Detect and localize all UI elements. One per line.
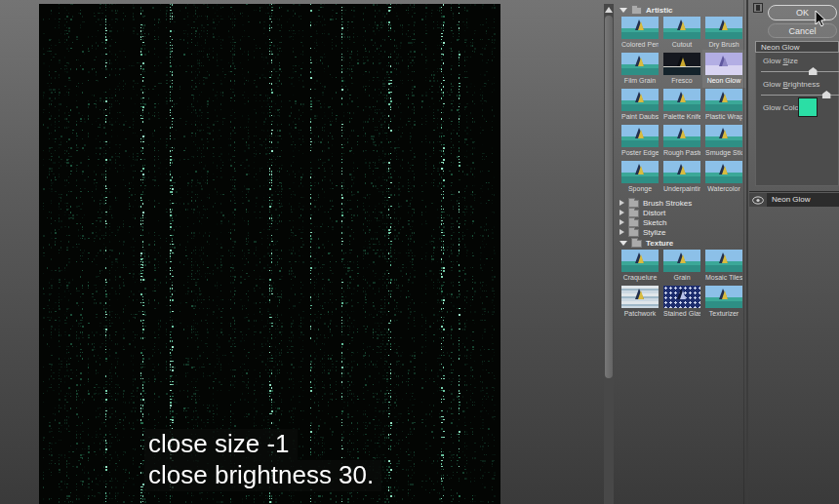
filter-list: ArtisticColored PencilCutoutDry BrushFil… bbox=[618, 4, 744, 504]
filter-select-dropdown[interactable]: Neon Glow bbox=[755, 41, 839, 53]
filter-thumb-plastic-wrap[interactable]: Plastic Wrap bbox=[705, 89, 742, 121]
filter-group-label: Brush Strokes bbox=[643, 199, 692, 208]
layers-divider bbox=[749, 191, 839, 192]
filter-thumb-palette-knife[interactable]: Palette Knife bbox=[663, 89, 700, 121]
effect-layer-row[interactable]: Neon Glow bbox=[749, 193, 839, 207]
filter-group-label: Artistic bbox=[646, 6, 673, 15]
filter-group-artistic[interactable]: Artistic bbox=[618, 4, 744, 16]
settings-panel: OK Cancel Neon Glow Glow Size Glow Brigh… bbox=[749, 0, 839, 504]
filter-thumbnail-label: Film Grain bbox=[621, 77, 659, 85]
filter-thumbnail-label: Texturizer bbox=[705, 310, 742, 318]
filter-group-label: Distort bbox=[643, 209, 665, 217]
filter-thumb-stained-glass[interactable]: Stained Glass bbox=[663, 286, 700, 318]
filter-thumbnail-label: Grain bbox=[663, 274, 700, 282]
filter-thumbnail-label: Sponge bbox=[621, 185, 659, 193]
filter-thumb-mosaic-tiles[interactable]: Mosaic Tiles bbox=[705, 250, 742, 282]
filter-thumb-fresco[interactable]: Fresco bbox=[663, 53, 700, 85]
caption-line-2: close brightness 30. bbox=[144, 460, 381, 491]
filter-group-texture[interactable]: Texture bbox=[618, 237, 744, 249]
filter-thumbnail-image bbox=[705, 125, 742, 147]
panel-divider bbox=[746, 0, 748, 504]
effect-layer-name: Neon Glow bbox=[767, 193, 839, 207]
filter-thumbnail-image bbox=[663, 250, 700, 272]
slider-thumb[interactable] bbox=[809, 67, 818, 75]
filter-settings-group: Glow Size Glow Brightness Glow Color bbox=[755, 53, 839, 186]
folder-icon bbox=[628, 229, 639, 237]
filter-group-distort[interactable]: Distort bbox=[618, 208, 744, 217]
slider-thumb[interactable] bbox=[822, 91, 831, 98]
filter-thumbnail-label: Smudge Stick bbox=[705, 149, 742, 157]
glow-color-label: Glow Color bbox=[763, 103, 802, 112]
scrollbar-thumb[interactable] bbox=[605, 16, 613, 378]
filter-thumb-film-grain[interactable]: Film Grain bbox=[621, 53, 659, 85]
folder-icon bbox=[628, 210, 639, 217]
filter-thumbnail-image bbox=[705, 89, 742, 111]
filter-thumbnail-label: Fresco bbox=[663, 77, 700, 85]
filter-thumbnail-label: Patchwork bbox=[621, 310, 659, 318]
glow-brightness-label: Glow Brightness bbox=[763, 80, 819, 89]
filter-thumbnail-label: Plastic Wrap bbox=[705, 113, 742, 121]
collapsed-arrow-icon bbox=[619, 229, 624, 235]
filter-thumb-grain[interactable]: Grain bbox=[663, 250, 700, 282]
filter-thumbnail-image bbox=[621, 125, 659, 147]
filter-thumbnail-label: Watercolor bbox=[705, 185, 742, 193]
filter-thumbnail-image bbox=[663, 286, 700, 308]
filter-group-stylize[interactable]: Stylize bbox=[618, 227, 744, 237]
filter-thumbnail-label: Palette Knife bbox=[663, 113, 700, 121]
cancel-button[interactable]: Cancel bbox=[768, 23, 837, 38]
caption-overlay: close size -1 close brightness 30. bbox=[144, 429, 381, 491]
filter-thumbnail-label: Underpainting bbox=[663, 185, 700, 193]
filter-thumbnail-image bbox=[705, 250, 742, 272]
folder-icon bbox=[628, 219, 639, 227]
collapsed-arrow-icon bbox=[619, 210, 624, 215]
filter-group-sketch[interactable]: Sketch bbox=[618, 217, 744, 227]
collapse-filter-list-icon bbox=[756, 5, 760, 11]
filter-thumbnail-image bbox=[621, 161, 659, 183]
filter-thumb-colored-pencil[interactable]: Colored Pencil bbox=[621, 17, 659, 49]
filter-thumbnail-label: Paint Daubs bbox=[621, 113, 659, 121]
scroll-up-button[interactable] bbox=[604, 4, 614, 15]
filter-thumb-underpainting[interactable]: Underpainting bbox=[663, 161, 700, 193]
glow-size-slider[interactable] bbox=[761, 66, 839, 76]
filter-thumbnail-image bbox=[621, 17, 659, 39]
glow-color-swatch[interactable] bbox=[798, 97, 818, 117]
filter-thumb-smudge-stick[interactable]: Smudge Stick bbox=[705, 125, 742, 157]
filter-thumbnail-image bbox=[705, 161, 742, 183]
filter-thumbnail-image bbox=[705, 286, 742, 308]
filter-thumbnail-image bbox=[663, 161, 700, 183]
folder-icon bbox=[628, 200, 639, 208]
filter-thumbnail-image bbox=[705, 53, 742, 75]
filter-thumbnail-grid: CraquelureGrainMosaic TilesPatchworkStai… bbox=[618, 250, 744, 318]
filter-thumb-patchwork[interactable]: Patchwork bbox=[621, 286, 659, 318]
filter-thumb-rough-pastels[interactable]: Rough Pastels bbox=[663, 125, 700, 157]
expanded-arrow-icon bbox=[619, 241, 627, 246]
caption-line-1: close size -1 bbox=[144, 429, 298, 460]
filter-thumb-craquelure[interactable]: Craquelure bbox=[621, 250, 659, 282]
filter-group-label: Texture bbox=[646, 239, 673, 248]
filter-thumbnail-image bbox=[663, 53, 700, 75]
filter-thumb-poster-edges[interactable]: Poster Edges bbox=[621, 125, 659, 157]
ok-button[interactable]: OK bbox=[768, 5, 837, 20]
filter-thumbnail-label: Neon Glow bbox=[705, 77, 742, 85]
scroll-up-arrow-icon bbox=[605, 7, 613, 13]
filter-thumbnail-label: Stained Glass bbox=[663, 310, 700, 318]
filter-list-scrollbar[interactable] bbox=[604, 4, 614, 504]
filter-thumb-watercolor[interactable]: Watercolor bbox=[705, 161, 742, 193]
filter-group-brush-strokes[interactable]: Brush Strokes bbox=[618, 198, 744, 208]
filter-thumbnail-image bbox=[621, 250, 659, 272]
eye-icon bbox=[752, 196, 764, 205]
filter-thumbnail-image bbox=[705, 17, 742, 39]
filter-thumbnail-label: Mosaic Tiles bbox=[705, 274, 742, 282]
filter-thumbnail-label: Rough Pastels bbox=[663, 149, 700, 157]
filter-thumb-dry-brush[interactable]: Dry Brush bbox=[705, 17, 742, 49]
filter-thumb-paint-daubs[interactable]: Paint Daubs bbox=[621, 89, 659, 121]
collapse-filter-list-button[interactable] bbox=[753, 3, 763, 13]
folder-icon bbox=[631, 7, 642, 15]
filter-thumb-sponge[interactable]: Sponge bbox=[621, 161, 659, 193]
filter-thumb-neon-glow[interactable]: Neon Glow bbox=[705, 53, 742, 85]
filter-thumbnail-label: Poster Edges bbox=[621, 149, 659, 157]
filter-thumbnail-label: Cutout bbox=[663, 41, 700, 49]
filter-thumb-texturizer[interactable]: Texturizer bbox=[705, 286, 742, 318]
filter-thumb-cutout[interactable]: Cutout bbox=[663, 17, 700, 49]
layer-visibility-toggle[interactable] bbox=[749, 193, 767, 207]
